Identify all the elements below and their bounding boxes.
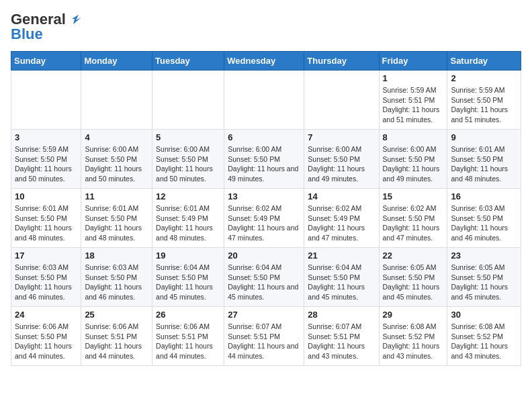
day-number: 19 (156, 250, 220, 261)
calendar-cell: 15Sunrise: 6:02 AM Sunset: 5:50 PM Dayli… (379, 189, 447, 248)
logo: General Blue (11, 11, 81, 43)
calendar-cell: 3Sunrise: 5:59 AM Sunset: 5:50 PM Daylig… (11, 130, 81, 189)
day-info: Sunrise: 5:59 AM Sunset: 5:50 PM Dayligh… (451, 85, 517, 125)
day-number: 12 (156, 191, 220, 201)
day-number: 6 (228, 132, 300, 142)
day-number: 1 (383, 73, 444, 83)
calendar-cell (11, 71, 81, 130)
day-info: Sunrise: 6:00 AM Sunset: 5:50 PM Dayligh… (85, 144, 148, 184)
day-info: Sunrise: 6:01 AM Sunset: 5:50 PM Dayligh… (85, 203, 148, 243)
calendar-cell: 26Sunrise: 6:06 AM Sunset: 5:51 PM Dayli… (152, 307, 224, 366)
day-number: 4 (85, 132, 148, 142)
day-number: 3 (15, 132, 77, 142)
calendar-cell: 17Sunrise: 6:03 AM Sunset: 5:50 PM Dayli… (11, 248, 81, 307)
day-info: Sunrise: 6:07 AM Sunset: 5:51 PM Dayligh… (308, 322, 375, 361)
weekday-header: Monday (81, 52, 152, 71)
day-number: 22 (383, 250, 444, 261)
day-info: Sunrise: 6:07 AM Sunset: 5:51 PM Dayligh… (228, 322, 300, 361)
calendar-cell: 13Sunrise: 6:02 AM Sunset: 5:49 PM Dayli… (224, 189, 304, 248)
day-info: Sunrise: 6:02 AM Sunset: 5:50 PM Dayligh… (383, 203, 444, 243)
calendar-cell: 29Sunrise: 6:08 AM Sunset: 5:52 PM Dayli… (379, 307, 447, 366)
day-info: Sunrise: 6:02 AM Sunset: 5:49 PM Dayligh… (308, 203, 375, 243)
weekday-header: Wednesday (224, 52, 304, 71)
calendar-cell: 22Sunrise: 6:05 AM Sunset: 5:50 PM Dayli… (379, 248, 447, 307)
calendar-cell: 12Sunrise: 6:01 AM Sunset: 5:49 PM Dayli… (152, 189, 224, 248)
calendar-cell: 24Sunrise: 6:06 AM Sunset: 5:50 PM Dayli… (11, 307, 81, 366)
day-info: Sunrise: 6:00 AM Sunset: 5:50 PM Dayligh… (383, 144, 444, 184)
calendar-cell: 4Sunrise: 6:00 AM Sunset: 5:50 PM Daylig… (81, 130, 152, 189)
day-info: Sunrise: 6:03 AM Sunset: 5:50 PM Dayligh… (451, 203, 517, 243)
calendar-cell: 27Sunrise: 6:07 AM Sunset: 5:51 PM Dayli… (224, 307, 304, 366)
weekday-header: Friday (379, 52, 447, 71)
day-number: 8 (383, 132, 444, 142)
day-number: 27 (228, 310, 300, 320)
day-info: Sunrise: 6:04 AM Sunset: 5:50 PM Dayligh… (156, 263, 220, 302)
logo-bird-icon (66, 12, 81, 26)
calendar-cell: 23Sunrise: 6:05 AM Sunset: 5:50 PM Dayli… (447, 248, 521, 307)
calendar-cell (152, 71, 224, 130)
calendar-cell: 19Sunrise: 6:04 AM Sunset: 5:50 PM Dayli… (152, 248, 224, 307)
day-number: 28 (308, 310, 375, 320)
calendar-cell (81, 71, 152, 130)
logo-blue: Blue (11, 26, 43, 43)
calendar-cell: 21Sunrise: 6:04 AM Sunset: 5:50 PM Dayli… (304, 248, 379, 307)
weekday-header: Sunday (11, 52, 81, 71)
day-number: 13 (228, 191, 300, 201)
calendar-week-row: 24Sunrise: 6:06 AM Sunset: 5:50 PM Dayli… (11, 307, 521, 366)
day-info: Sunrise: 5:59 AM Sunset: 5:50 PM Dayligh… (15, 144, 77, 184)
calendar-cell: 20Sunrise: 6:04 AM Sunset: 5:50 PM Dayli… (224, 248, 304, 307)
day-info: Sunrise: 6:05 AM Sunset: 5:50 PM Dayligh… (451, 263, 517, 302)
day-number: 24 (15, 310, 77, 320)
calendar-cell: 2Sunrise: 5:59 AM Sunset: 5:50 PM Daylig… (447, 71, 521, 130)
day-number: 5 (156, 132, 220, 142)
day-number: 29 (383, 310, 444, 320)
calendar-cell: 18Sunrise: 6:03 AM Sunset: 5:50 PM Dayli… (81, 248, 152, 307)
day-info: Sunrise: 6:02 AM Sunset: 5:49 PM Dayligh… (228, 203, 300, 243)
day-info: Sunrise: 6:00 AM Sunset: 5:50 PM Dayligh… (156, 144, 220, 184)
weekday-header: Saturday (447, 52, 521, 71)
calendar-cell: 8Sunrise: 6:00 AM Sunset: 5:50 PM Daylig… (379, 130, 447, 189)
day-number: 7 (308, 132, 375, 142)
day-number: 26 (156, 310, 220, 320)
day-info: Sunrise: 6:01 AM Sunset: 5:50 PM Dayligh… (451, 144, 517, 184)
calendar-week-row: 3Sunrise: 5:59 AM Sunset: 5:50 PM Daylig… (11, 130, 521, 189)
day-info: Sunrise: 6:08 AM Sunset: 5:52 PM Dayligh… (451, 322, 517, 361)
calendar-cell: 7Sunrise: 6:00 AM Sunset: 5:50 PM Daylig… (304, 130, 379, 189)
day-info: Sunrise: 6:05 AM Sunset: 5:50 PM Dayligh… (383, 263, 444, 302)
day-number: 18 (85, 250, 148, 261)
day-info: Sunrise: 6:03 AM Sunset: 5:50 PM Dayligh… (15, 263, 77, 302)
day-number: 11 (85, 191, 148, 201)
calendar-cell: 5Sunrise: 6:00 AM Sunset: 5:50 PM Daylig… (152, 130, 224, 189)
day-info: Sunrise: 6:08 AM Sunset: 5:52 PM Dayligh… (383, 322, 444, 361)
day-number: 2 (451, 73, 517, 83)
weekday-header: Thursday (304, 52, 379, 71)
day-number: 21 (308, 250, 375, 261)
calendar-cell: 14Sunrise: 6:02 AM Sunset: 5:49 PM Dayli… (304, 189, 379, 248)
calendar-cell: 11Sunrise: 6:01 AM Sunset: 5:50 PM Dayli… (81, 189, 152, 248)
day-number: 23 (451, 250, 517, 261)
day-info: Sunrise: 6:06 AM Sunset: 5:51 PM Dayligh… (85, 322, 148, 361)
svg-marker-0 (72, 15, 81, 24)
day-number: 10 (15, 191, 77, 201)
day-number: 25 (85, 310, 148, 320)
day-number: 15 (383, 191, 444, 201)
calendar-cell: 25Sunrise: 6:06 AM Sunset: 5:51 PM Dayli… (81, 307, 152, 366)
calendar-cell: 28Sunrise: 6:07 AM Sunset: 5:51 PM Dayli… (304, 307, 379, 366)
day-number: 30 (451, 310, 517, 320)
day-number: 16 (451, 191, 517, 201)
calendar-cell: 9Sunrise: 6:01 AM Sunset: 5:50 PM Daylig… (447, 130, 521, 189)
weekday-header: Tuesday (152, 52, 224, 71)
day-info: Sunrise: 6:01 AM Sunset: 5:50 PM Dayligh… (15, 203, 77, 243)
calendar-week-row: 17Sunrise: 6:03 AM Sunset: 5:50 PM Dayli… (11, 248, 521, 307)
day-info: Sunrise: 6:06 AM Sunset: 5:50 PM Dayligh… (15, 322, 77, 361)
calendar-table: SundayMondayTuesdayWednesdayThursdayFrid… (11, 51, 521, 366)
day-info: Sunrise: 6:06 AM Sunset: 5:51 PM Dayligh… (156, 322, 220, 361)
day-info: Sunrise: 6:03 AM Sunset: 5:50 PM Dayligh… (85, 263, 148, 302)
day-number: 20 (228, 250, 300, 261)
day-info: Sunrise: 6:01 AM Sunset: 5:49 PM Dayligh… (156, 203, 220, 243)
day-number: 17 (15, 250, 77, 261)
day-info: Sunrise: 6:00 AM Sunset: 5:50 PM Dayligh… (308, 144, 375, 184)
calendar-cell (304, 71, 379, 130)
calendar-cell: 6Sunrise: 6:00 AM Sunset: 5:50 PM Daylig… (224, 130, 304, 189)
day-info: Sunrise: 6:04 AM Sunset: 5:50 PM Dayligh… (228, 263, 300, 302)
